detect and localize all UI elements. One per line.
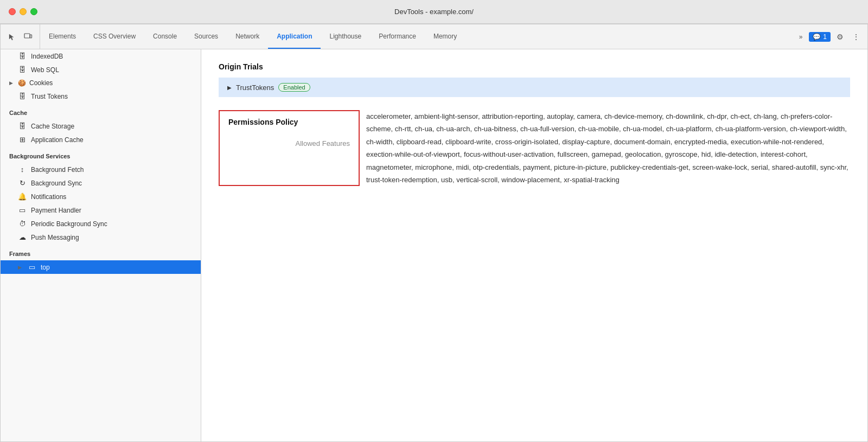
svg-rect-0 (24, 34, 30, 38)
tabs-container: Elements CSS Overview Console Sources Ne… (40, 24, 790, 49)
sidebar-item-notifications-label: Notifications (31, 193, 66, 201)
top-expand-arrow: ▶ (18, 265, 23, 270)
device-toolbar-icon[interactable] (21, 30, 35, 44)
sidebar-item-cookies[interactable]: ▶ 🍪 Cookies (1, 76, 201, 89)
tab-application[interactable]: Application (268, 24, 321, 49)
tab-console[interactable]: Console (144, 24, 186, 49)
sidebar-item-application-cache[interactable]: ⊞ Application Cache (1, 133, 201, 146)
maximize-button[interactable] (30, 8, 37, 15)
tab-elements[interactable]: Elements (40, 24, 85, 49)
trust-tokens-icon: 🗄 (18, 92, 27, 100)
background-services-section-label: Background Services (1, 146, 201, 163)
frames-section-label: Frames (1, 244, 201, 260)
more-options-icon[interactable]: ⋮ (849, 30, 863, 44)
sidebar-item-background-fetch[interactable]: ↕ Background Fetch (1, 163, 201, 176)
cookies-expand-arrow: ▶ (9, 80, 15, 86)
cookies-icon: 🍪 (18, 79, 26, 87)
sidebar-item-background-fetch-label: Background Fetch (31, 166, 84, 174)
cursor-icon[interactable] (5, 30, 19, 44)
sidebar-item-trust-tokens-label: Trust Tokens (31, 93, 68, 100)
background-fetch-icon: ↕ (18, 165, 27, 174)
devtools-window: Elements CSS Overview Console Sources Ne… (0, 24, 868, 442)
tab-css-overview[interactable]: CSS Overview (85, 24, 144, 49)
sidebar-item-cookies-label: Cookies (29, 79, 53, 87)
origin-trials-title: Origin Trials (219, 62, 850, 71)
sidebar-item-periodic-background-sync-label: Periodic Background Sync (31, 220, 107, 228)
background-sync-icon: ↻ (18, 179, 27, 187)
tab-memory[interactable]: Memory (425, 24, 465, 49)
minimize-button[interactable] (20, 8, 27, 15)
tab-sources[interactable]: Sources (186, 24, 227, 49)
permissions-policy-title: Permissions Policy (228, 118, 350, 126)
tab-bar-icons (1, 24, 40, 49)
cache-section-label: Cache (1, 103, 201, 119)
periodic-sync-icon: ⏱ (18, 220, 27, 228)
svg-rect-1 (30, 35, 32, 38)
frame-icon: ▭ (28, 263, 36, 271)
tab-lighthouse[interactable]: Lighthouse (321, 24, 370, 49)
permissions-label-box: Permissions Policy Allowed Features (219, 110, 360, 186)
trust-tokens-expand-icon: ▶ (227, 85, 232, 91)
main-content: 🗄 IndexedDB 🗄 Web SQL ▶ 🍪 Cookies 🗄 Trus… (1, 49, 867, 441)
tab-network[interactable]: Network (227, 24, 268, 49)
sidebar-item-payment-handler[interactable]: ▭ Payment Handler (1, 203, 201, 217)
sidebar-item-background-sync-label: Background Sync (31, 180, 82, 187)
tab-performance[interactable]: Performance (370, 24, 425, 49)
sidebar-item-top[interactable]: ▶ ▭ top (1, 260, 201, 274)
content-panel: Origin Trials ▶ TrustTokens Enabled Perm… (201, 49, 867, 441)
indexeddb-icon: 🗄 (18, 52, 27, 60)
sidebar-item-push-messaging[interactable]: ☁ Push Messaging (1, 230, 201, 244)
sidebar-item-indexeddb-label: IndexedDB (31, 53, 63, 60)
chat-badge[interactable]: 💬 1 (809, 32, 831, 42)
trust-tokens-status-badge: Enabled (278, 83, 310, 92)
cache-storage-icon: 🗄 (18, 122, 27, 130)
window-title: DevTools - example.com/ (394, 8, 474, 16)
sidebar-item-websql-label: Web SQL (31, 66, 59, 74)
sidebar-item-cache-storage[interactable]: 🗄 Cache Storage (1, 119, 201, 133)
websql-icon: 🗄 (18, 66, 27, 74)
sidebar-item-cache-storage-label: Cache Storage (31, 123, 74, 130)
application-cache-icon: ⊞ (18, 136, 27, 144)
sidebar-item-indexeddb[interactable]: 🗄 IndexedDB (1, 49, 201, 63)
permissions-policy-section: Permissions Policy Allowed Features acce… (219, 110, 850, 186)
sidebar-item-websql[interactable]: 🗄 Web SQL (1, 63, 201, 76)
sidebar-item-notifications[interactable]: 🔔 Notifications (1, 190, 201, 203)
tab-bar-right: » 💬 1 ⚙ ⋮ (790, 24, 867, 49)
sidebar: 🗄 IndexedDB 🗄 Web SQL ▶ 🍪 Cookies 🗄 Trus… (1, 49, 201, 441)
allowed-features-text: accelerometer, ambient-light-sensor, att… (360, 110, 850, 186)
more-tabs-button[interactable]: » (795, 30, 807, 44)
sidebar-item-trust-tokens[interactable]: 🗄 Trust Tokens (1, 89, 201, 103)
sidebar-item-background-sync[interactable]: ↻ Background Sync (1, 176, 201, 190)
close-button[interactable] (9, 8, 16, 15)
tab-bar: Elements CSS Overview Console Sources Ne… (1, 24, 867, 49)
traffic-lights (9, 8, 37, 15)
push-messaging-icon: ☁ (18, 233, 27, 241)
sidebar-item-top-label: top (41, 264, 50, 271)
trust-tokens-row[interactable]: ▶ TrustTokens Enabled (219, 78, 850, 97)
chat-icon: 💬 (813, 33, 821, 41)
sidebar-item-push-messaging-label: Push Messaging (31, 234, 79, 241)
chat-count: 1 (823, 33, 827, 41)
sidebar-item-payment-handler-label: Payment Handler (31, 207, 81, 214)
trust-tokens-name: TrustTokens (236, 84, 274, 92)
notifications-icon: 🔔 (18, 193, 27, 201)
sidebar-item-application-cache-label: Application Cache (31, 136, 84, 144)
payment-handler-icon: ▭ (18, 206, 27, 214)
settings-icon[interactable]: ⚙ (833, 30, 847, 44)
title-bar: DevTools - example.com/ (0, 0, 868, 24)
allowed-features-label: Allowed Features (228, 139, 350, 148)
sidebar-item-periodic-background-sync[interactable]: ⏱ Periodic Background Sync (1, 217, 201, 230)
